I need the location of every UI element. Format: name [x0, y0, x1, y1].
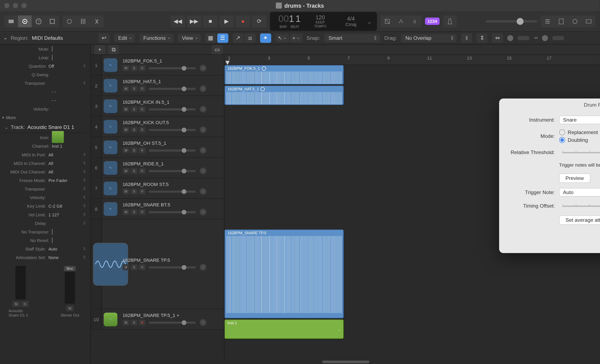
threshold-slider[interactable]	[562, 152, 600, 153]
track-record[interactable]: R	[139, 65, 146, 71]
midi-tool-icon[interactable]: ✶	[260, 33, 271, 43]
midi-in-port-value[interactable]: All	[48, 152, 83, 157]
track-volume-slider[interactable]	[149, 190, 196, 192]
mode-replacement-radio[interactable]: Replacement	[559, 129, 598, 135]
mode-doubling-radio[interactable]: Doubling	[559, 137, 598, 143]
inspector-icon[interactable]	[18, 15, 32, 27]
midi-in-ch-stepper[interactable]: ⇕	[83, 161, 86, 165]
track-solo[interactable]: S	[131, 189, 138, 194]
track-solo[interactable]: S	[131, 319, 138, 326]
track-pan-knob[interactable]	[200, 65, 206, 72]
track-volume-slider[interactable]	[149, 129, 196, 131]
lcd-display[interactable]: 001 1 BAR BEAT 120 KEEP TEMPO 4/4 Cmaj ⌄	[270, 12, 377, 31]
functions-menu[interactable]: Functions	[139, 34, 174, 42]
lcd-expand-icon[interactable]: ⌄	[366, 17, 373, 26]
track-solo[interactable]: S	[131, 106, 138, 112]
freeze-stepper[interactable]: ⇕	[83, 178, 86, 182]
track-record[interactable]: R	[139, 147, 146, 153]
track-record[interactable]: R	[139, 106, 146, 112]
duplicate-track-button[interactable]: ⧉	[108, 45, 119, 54]
instrument-select[interactable]: Snare ⇅	[559, 116, 600, 124]
loop-checkbox[interactable]	[52, 55, 53, 60]
horizontal-zoom-slider[interactable]	[552, 36, 564, 40]
staff-value[interactable]: Auto	[48, 246, 83, 251]
no-reset-checkbox[interactable]	[52, 237, 53, 243]
key-limit-value[interactable]: C-2 G8	[48, 204, 83, 209]
output-mute[interactable]: M	[66, 305, 74, 311]
track-mute[interactable]: M	[122, 264, 129, 270]
track-row[interactable]: 7 ∿ 162BPM_ROOM ST.5 M S R	[91, 178, 224, 199]
track-pan-knob[interactable]	[200, 106, 206, 113]
track-row[interactable]: 2 ∿ 162BPM_HAT.5_1 M S R	[91, 75, 224, 96]
midi-in-port-stepper[interactable]: ⇕	[83, 152, 86, 157]
track-solo[interactable]: S	[131, 86, 138, 92]
playhead-icon[interactable]	[225, 61, 230, 65]
mute-checkbox[interactable]	[52, 46, 53, 52]
track-section-toggle[interactable]: ⌄	[4, 124, 8, 130]
global-tracks-button[interactable]: ▭	[212, 45, 223, 54]
rewind-button[interactable]: ◀◀	[170, 15, 185, 27]
track-row[interactable]: 10 ∿ 162BPM_SNARE TP.5_1 + M S R	[91, 309, 224, 330]
track-volume-slider[interactable]	[149, 211, 196, 213]
secondary-tool[interactable]: +	[290, 34, 302, 42]
grid-view-icon[interactable]: ▦	[205, 33, 216, 43]
delay-stepper[interactable]: ⇕	[83, 221, 86, 225]
midi-in-ch-value[interactable]: All	[48, 161, 83, 165]
key-limit-stepper[interactable]: ⇕	[83, 204, 86, 208]
automation-icon[interactable]: ↗	[233, 33, 244, 43]
library-icon[interactable]	[4, 15, 18, 27]
track-row[interactable]: 9 162BPM_SNARE TP.5 M S R	[91, 219, 224, 309]
track-solo[interactable]: S	[131, 209, 138, 215]
track-solo[interactable]: S	[131, 147, 138, 153]
midi-out-ch-stepper[interactable]: ⇕	[83, 170, 86, 174]
track-pan-knob[interactable]	[200, 167, 206, 174]
track-volume-slider[interactable]	[149, 149, 196, 151]
staff-stepper[interactable]: ⇕	[83, 247, 86, 251]
channel-solo[interactable]: S	[21, 301, 28, 307]
track-volume-slider[interactable]	[149, 170, 196, 172]
track-row[interactable]: 6 ∿ 162BPM_RIDE.5_1 M S R	[91, 158, 224, 178]
track-pan-knob[interactable]	[200, 126, 206, 133]
inspector-toggle-icon[interactable]: ⌄	[3, 35, 7, 41]
track-solo[interactable]: S	[131, 168, 138, 174]
region[interactable]: Inst 1-	[225, 319, 344, 339]
track-volume-slider[interactable]	[149, 67, 196, 69]
mixer-icon[interactable]	[76, 15, 90, 27]
drag-select[interactable]: No Overlap	[401, 34, 457, 42]
quantize-stepper[interactable]: ⇕	[83, 64, 86, 68]
replace-icon[interactable]	[380, 15, 394, 27]
snap-select[interactable]: Smart	[324, 34, 380, 42]
track-record[interactable]: R	[139, 168, 146, 174]
vel-limit-stepper[interactable]: ⇕	[83, 212, 86, 217]
play-button[interactable]: ▶	[219, 15, 234, 27]
horizontal-zoom-icon[interactable]: ⇔	[492, 33, 503, 43]
region[interactable]: 162BPM_FOK.5_1	[225, 65, 344, 84]
track-pan-knob[interactable]	[200, 319, 206, 326]
track-pan-knob[interactable]	[200, 264, 206, 271]
close-window[interactable]	[4, 3, 9, 8]
region[interactable]: 162BPM_SNARE TP.5	[225, 229, 344, 318]
offset-slider[interactable]	[562, 206, 600, 207]
metronome-icon[interactable]	[443, 15, 457, 27]
track-solo[interactable]: S	[131, 127, 138, 133]
track-row[interactable]: 4 ∿ 162BPM_KICK OUT.5 M S R	[91, 116, 224, 137]
track-mute[interactable]: M	[122, 319, 129, 326]
freeze-value[interactable]: Pre Fader	[48, 178, 83, 183]
add-track-button[interactable]: +	[94, 45, 105, 54]
editors-icon[interactable]	[90, 15, 104, 27]
track-mute[interactable]: M	[122, 168, 129, 174]
track-record[interactable]: R	[139, 209, 146, 215]
record-button[interactable]: ●	[236, 15, 250, 27]
timeline-ruler[interactable]: 1357911131517	[225, 55, 600, 65]
vel-limit-value[interactable]: 1 127	[48, 212, 83, 217]
flex-icon[interactable]: ⧈	[244, 33, 255, 43]
stop-button[interactable]: ■	[203, 15, 218, 27]
track-row[interactable]: 3 ∿ 162BPM_KICK IN.5_1 M S R	[91, 96, 224, 117]
track-volume-slider[interactable]	[149, 321, 196, 323]
minimize-window[interactable]	[13, 3, 18, 8]
channel-mute[interactable]: M	[12, 301, 20, 307]
track-mute[interactable]: M	[122, 147, 129, 153]
preview-button[interactable]: Preview	[559, 174, 590, 183]
back-nav-icon[interactable]: ↩	[99, 33, 110, 43]
track-record[interactable]: R	[139, 86, 146, 92]
